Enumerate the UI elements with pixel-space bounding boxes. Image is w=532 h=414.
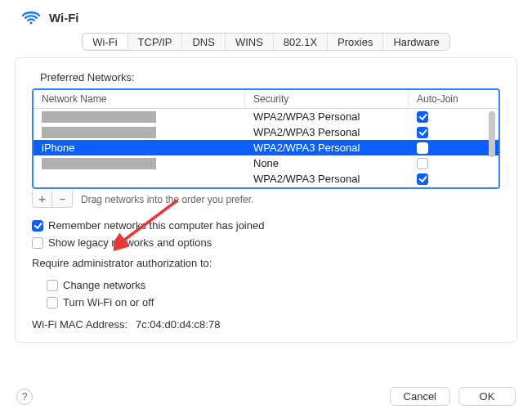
cell-network-name: iPhone — [34, 140, 245, 155]
cell-security: None — [245, 155, 409, 171]
remove-network-button[interactable]: － — [52, 191, 72, 207]
tab-tcpip[interactable]: TCP/IP — [127, 34, 182, 50]
col-security[interactable]: Security — [245, 90, 409, 108]
wifi-icon — [20, 8, 42, 26]
cell-network-name — [34, 124, 245, 140]
table-row[interactable]: None — [34, 155, 498, 171]
cell-network-name — [34, 155, 245, 171]
show-legacy-checkbox[interactable] — [32, 237, 43, 249]
tab-dns[interactable]: DNS — [181, 34, 224, 50]
tab-hardware[interactable]: Hardware — [382, 34, 449, 50]
admin-item-checkbox[interactable] — [47, 297, 58, 308]
cancel-button[interactable]: Cancel — [390, 387, 450, 406]
auto-join-checkbox[interactable] — [417, 173, 428, 185]
auto-join-checkbox[interactable] — [417, 142, 428, 154]
remember-networks-label: Remember networks this computer has join… — [48, 219, 264, 232]
mac-address-value: 7c:04:d0:d4:c8:78 — [136, 318, 220, 331]
table-row[interactable]: iPhoneWPA2/WPA3 Personal — [34, 140, 498, 155]
add-network-button[interactable]: ＋ — [33, 191, 52, 207]
table-row[interactable]: WPA2/WPA3 Personal — [34, 109, 498, 124]
auto-join-checkbox[interactable] — [417, 111, 428, 123]
admin-item-label: Change networks — [63, 279, 145, 291]
admin-item-checkbox[interactable] — [47, 280, 58, 291]
admin-item-label: Turn Wi-Fi on or off — [63, 296, 154, 308]
tab-proxies[interactable]: Proxies — [327, 34, 382, 50]
tab-8021x[interactable]: 802.1X — [273, 34, 327, 50]
cell-security: WPA2/WPA3 Personal — [245, 171, 409, 187]
networks-table: Network Name Security Auto-Join WPA2/WPA… — [32, 88, 500, 189]
cell-security: WPA2/WPA3 Personal — [245, 140, 409, 155]
cell-security: WPA2/WPA3 Personal — [245, 109, 409, 124]
window-title: Wi-Fi — [49, 11, 79, 25]
cell-network-name — [34, 109, 245, 124]
remember-networks-checkbox[interactable] — [32, 220, 43, 232]
table-scrollbar[interactable] — [485, 92, 497, 186]
auto-join-checkbox[interactable] — [417, 127, 428, 138]
table-row[interactable]: WPA2/WPA3 Personal — [34, 124, 498, 140]
cell-security: WPA2/WPA3 Personal — [245, 124, 409, 140]
help-button[interactable]: ? — [16, 389, 33, 405]
tab-wifi[interactable]: Wi-Fi — [83, 34, 127, 50]
table-row[interactable]: WPA2/WPA3 Personal — [34, 171, 498, 187]
show-legacy-label: Show legacy networks and options — [48, 236, 212, 249]
mac-address-label: Wi-Fi MAC Address: — [32, 318, 127, 331]
admin-auth-label: Require administrator authorization to: — [32, 257, 500, 269]
preferred-networks-label: Preferred Networks: — [40, 71, 500, 83]
tab-wins[interactable]: WINS — [225, 34, 273, 50]
svg-point-0 — [29, 21, 32, 24]
cell-network-name — [34, 171, 245, 187]
tabs: Wi-FiTCP/IPDNSWINS802.1XProxiesHardware — [82, 33, 450, 51]
auto-join-checkbox[interactable] — [417, 158, 428, 169]
col-network-name[interactable]: Network Name — [34, 90, 245, 108]
drag-hint: Drag networks into the order you prefer. — [81, 194, 253, 205]
ok-button[interactable]: OK — [458, 387, 516, 406]
